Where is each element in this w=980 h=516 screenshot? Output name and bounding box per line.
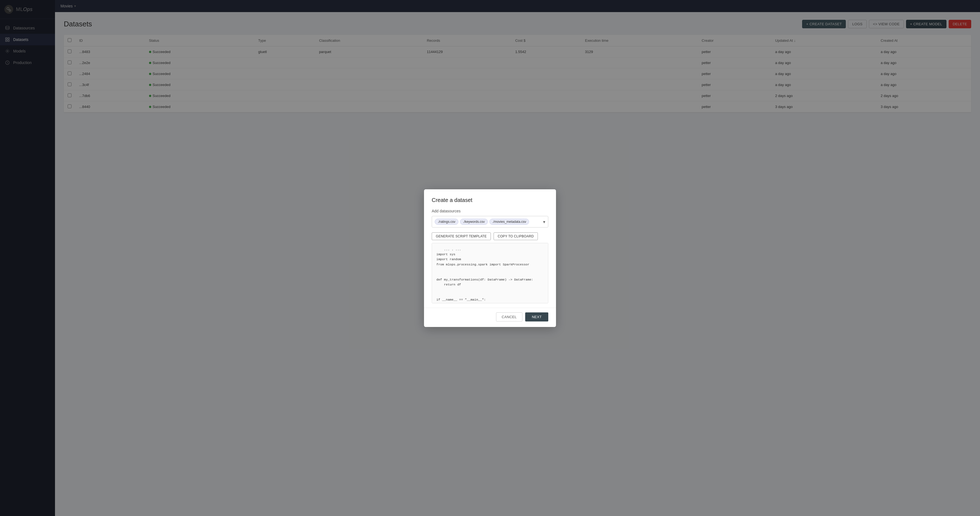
- generate-script-button[interactable]: GENERATE SCRIPT TEMPLATE: [432, 232, 491, 240]
- datasource-chips-selector[interactable]: ./ratings.csv ./keywords.csv ./movies_me…: [432, 216, 548, 227]
- script-actions: GENERATE SCRIPT TEMPLATE COPY TO CLIPBOA…: [432, 232, 548, 240]
- chip-ratings: ./ratings.csv: [435, 219, 458, 225]
- cancel-button[interactable]: CANCEL: [496, 313, 523, 321]
- datasources-label: Add datasources: [432, 209, 548, 213]
- chips-dropdown-arrow: ▾: [543, 219, 545, 224]
- modal-body: Create a dataset Add datasources ./ratin…: [424, 189, 556, 303]
- modal-title: Create a dataset: [432, 197, 548, 203]
- chip-movies-metadata: ./movies_metadata.csv: [490, 219, 529, 225]
- next-button[interactable]: NEXT: [525, 313, 548, 321]
- create-dataset-modal: Create a dataset Add datasources ./ratin…: [424, 189, 556, 327]
- modal-overlay[interactable]: Create a dataset Add datasources ./ratin…: [0, 0, 980, 516]
- modal-footer: CANCEL NEXT: [424, 308, 556, 327]
- code-block: ... . ... import sys import random from …: [432, 243, 548, 303]
- chip-keywords: ./keywords.csv: [460, 219, 488, 225]
- copy-clipboard-button[interactable]: COPY TO CLIPBOARD: [493, 232, 538, 240]
